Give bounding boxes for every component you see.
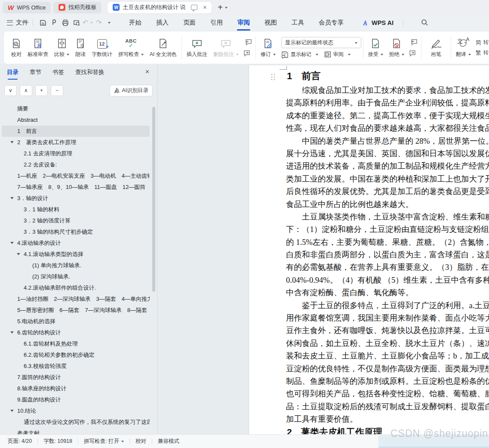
toc-item[interactable]: 6.1.齿轮材料及热处理 bbox=[2, 338, 150, 349]
menu-审阅[interactable]: 审阅 bbox=[230, 19, 257, 27]
toc-item[interactable]: 9.圆盘的结构设计 bbox=[2, 394, 150, 405]
collapse-arrow-icon[interactable] bbox=[10, 197, 14, 201]
collapse-all-button[interactable]: ∨ bbox=[4, 85, 17, 96]
toc-item[interactable]: 通过这次毕业论文的写作，我不仅系统的复习了这四 ... bbox=[2, 417, 150, 428]
toc-item[interactable]: 5.电动机的选择 bbox=[2, 316, 150, 327]
insert-comment-button[interactable]: 插入批注 bbox=[184, 36, 210, 60]
print-button[interactable] bbox=[60, 18, 71, 28]
redo-button[interactable]: ↷ bbox=[93, 18, 105, 28]
toc-item[interactable]: 2.2 去皮设备: bbox=[2, 159, 150, 170]
proofread-status[interactable]: 校对 bbox=[135, 438, 146, 445]
quickbar-more-caret-icon[interactable] bbox=[108, 22, 111, 25]
collapse-arrow-icon[interactable] bbox=[17, 253, 20, 257]
menu-工具[interactable]: 工具 bbox=[284, 19, 311, 27]
collapse-arrow-icon[interactable] bbox=[10, 331, 14, 335]
toc-item[interactable]: 6.2.齿轮相关参数的初步确定 bbox=[2, 349, 150, 361]
hamburger-icon[interactable] bbox=[7, 20, 13, 25]
toc-item[interactable]: 4.2.滚动轴承部件的组合设计. bbox=[2, 282, 150, 294]
toc-item[interactable]: 摘要 bbox=[2, 103, 150, 114]
collapse-arrow-icon[interactable] bbox=[10, 242, 14, 246]
toc-item[interactable]: 10.结论 bbox=[2, 405, 150, 417]
export-pdf-button[interactable] bbox=[49, 18, 60, 28]
reject-change-button[interactable]: 拒绝 bbox=[386, 36, 407, 60]
toc-item[interactable]: 7.圆筒的结构设计 bbox=[2, 372, 150, 383]
compare-button[interactable]: 比较 bbox=[51, 36, 72, 60]
close-tab-icon[interactable]: × bbox=[203, 4, 206, 11]
toc-item[interactable]: (2) 深沟球轴承. bbox=[2, 271, 150, 282]
toc-item[interactable]: 6.3.校核齿轮强度 bbox=[2, 361, 150, 372]
toc-item[interactable]: 3．2 轴的强度计算 bbox=[2, 215, 150, 226]
ai-recognize-toc-button[interactable]: AI识别目录 bbox=[110, 85, 153, 96]
wps-ai-button[interactable]: WPS AI bbox=[362, 19, 394, 26]
ink-brush-button[interactable]: 画笔 bbox=[423, 36, 449, 60]
tab-list-caret-icon[interactable] bbox=[225, 7, 228, 10]
new-tab-button[interactable]: + bbox=[218, 3, 223, 12]
toc-item[interactable]: 2 薯类去皮机工作原理 bbox=[2, 137, 150, 148]
toc-item[interactable]: 5—唇形密封圈 6—隔套 7—深沟球轴承 8—隔套 bbox=[2, 305, 150, 316]
toc-item[interactable]: 3．3 轴的结构尺寸初步确定 bbox=[2, 226, 150, 238]
spellcheck-indicator[interactable]: 拼写检查: 打开 bbox=[84, 438, 119, 445]
ai-polish-button[interactable]: AI 全文润色 bbox=[147, 36, 180, 60]
sidebar-tab-书签[interactable]: 书签 bbox=[52, 68, 64, 76]
review-pane-button[interactable]: 审阅 bbox=[324, 51, 351, 58]
toc-item[interactable]: 3．轴的设计 bbox=[2, 193, 150, 204]
zoom-out-toc-button[interactable]: − bbox=[51, 85, 63, 96]
toc-item[interactable]: 4.滚动轴承的设计 bbox=[2, 238, 150, 249]
document-page[interactable]: 1 前言 综观食品加工业对加工技术的要求，食品加工技术的发展趋势主提高原料的利用… bbox=[249, 65, 489, 435]
toc-item[interactable]: 7—轴承座 8、9、10—轴承 11—圆盘 12—圆筒 ... bbox=[2, 182, 150, 193]
menu-插入[interactable]: 插入 bbox=[149, 19, 176, 27]
save-button[interactable] bbox=[37, 18, 49, 28]
toc-item[interactable]: 参考文献 bbox=[2, 428, 150, 435]
menu-引用[interactable]: 引用 bbox=[203, 19, 230, 27]
tab-docer-templates[interactable]: 找稻壳模板 bbox=[53, 2, 101, 13]
tab-wps-office[interactable]: W WPS Office bbox=[3, 2, 51, 13]
delete-comment-button[interactable]: 删除批注 bbox=[210, 36, 242, 60]
word-count-indicator[interactable]: 字数: 10918 bbox=[43, 438, 72, 445]
word-count-button[interactable]: 12 + 字数统计 bbox=[89, 36, 115, 60]
toc-item[interactable]: 1—机座 2—电机安装支座 3—电动机 4—主动齿轮 ... bbox=[2, 170, 150, 182]
show-markup-button[interactable]: 显示标记 bbox=[281, 51, 318, 58]
proofread-button[interactable]: 校对 bbox=[8, 36, 25, 60]
sidebar-tab-章节[interactable]: 章节 bbox=[30, 68, 41, 76]
toc-item[interactable]: 2.1 去皮清理的原理 bbox=[2, 148, 150, 159]
standard-review-button[interactable]: 标准审查 bbox=[25, 36, 51, 60]
enter-demo-mode-icon[interactable] bbox=[191, 5, 197, 10]
toc-item[interactable]: (1) 单向推力球轴承. bbox=[2, 260, 150, 271]
collapse-arrow-icon[interactable] bbox=[10, 410, 14, 414]
toc-item[interactable]: Abstract bbox=[2, 114, 150, 126]
next-comment-icon[interactable] bbox=[243, 49, 252, 57]
toc-item[interactable]: 3．1 轴的材料 bbox=[2, 204, 150, 215]
previous-change-icon[interactable] bbox=[409, 38, 418, 46]
to-simplified-button[interactable]: 繁 转简 bbox=[476, 49, 489, 56]
next-change-icon[interactable] bbox=[409, 49, 418, 57]
sidebar-scrollbar[interactable] bbox=[152, 107, 155, 292]
menu-开始[interactable]: 开始 bbox=[122, 19, 149, 27]
file-menu[interactable]: 文件 bbox=[16, 19, 28, 27]
print-preview-button[interactable] bbox=[71, 18, 82, 28]
paragraph-drag-handle-icon[interactable] bbox=[271, 73, 276, 81]
menu-视图[interactable]: 视图 bbox=[257, 19, 284, 27]
menu-页面[interactable]: 页面 bbox=[176, 19, 203, 27]
sidebar-tab-目录[interactable]: 目录 bbox=[7, 68, 18, 76]
collapse-arrow-icon[interactable] bbox=[10, 141, 14, 145]
accept-change-button[interactable]: 接受 bbox=[365, 36, 386, 60]
toc-item[interactable]: 6.齿轮的结构设计 bbox=[2, 327, 150, 338]
spell-check-button[interactable]: ABC ✓ 拼写检查 bbox=[115, 36, 147, 60]
tab-document[interactable]: W 土豆去皮机的结构设计 说明书 × bbox=[108, 2, 212, 13]
toc-item[interactable]: 4.1.滚动轴承类型的选择 bbox=[2, 249, 150, 260]
zoom-in-toc-button[interactable]: + bbox=[35, 85, 48, 96]
sidebar-tab-查找和替换[interactable]: 查找和替换 bbox=[75, 68, 105, 76]
search-button[interactable] bbox=[419, 18, 430, 28]
to-traditional-button[interactable]: 简 转繁 bbox=[476, 39, 489, 46]
markup-state-select[interactable]: 显示标记的最终状态 bbox=[281, 37, 361, 48]
toc-item[interactable]: 8.轴承座的结构设计 bbox=[2, 383, 150, 394]
translate-button[interactable]: 文 A 翻译 bbox=[453, 36, 474, 60]
toc-item[interactable]: 1—油封挡圈 2—深沟球轴承 3—隔套 4—单向推力 ... bbox=[2, 294, 150, 305]
close-sidebar-icon[interactable]: × bbox=[145, 68, 149, 76]
expand-all-button[interactable]: ∧ bbox=[20, 85, 32, 96]
page-indicator[interactable]: 页面: 4/20 bbox=[8, 438, 32, 445]
previous-comment-icon[interactable] bbox=[243, 38, 252, 46]
undo-button[interactable]: ↶ bbox=[82, 18, 93, 28]
read-aloud-button[interactable]: 朗读 bbox=[72, 36, 89, 60]
toc-item[interactable]: 1 前言 bbox=[2, 126, 150, 137]
